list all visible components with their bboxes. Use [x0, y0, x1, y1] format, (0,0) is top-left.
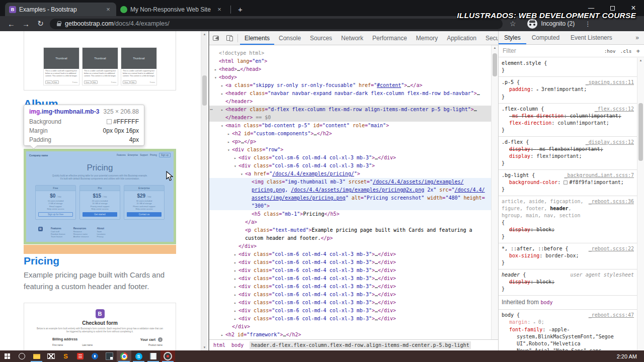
styles-filter-input[interactable]: Filter — [503, 47, 600, 54]
style-declaration[interactable]: display: block; — [502, 279, 634, 286]
tree-toggle-icon[interactable]: ▾ — [212, 74, 219, 82]
dom-line[interactable]: <p class="text-muted">Example pricing pa… — [209, 226, 491, 234]
taskbar-icon-start[interactable] — [0, 350, 15, 362]
checkout-example-preview[interactable]: B Checkout form Below is an example form… — [24, 303, 176, 350]
tree-toggle-icon[interactable]: ▸ — [219, 331, 225, 339]
style-declaration[interactable]: flex-direction: column!important; — [502, 120, 634, 127]
reload-button[interactable]: ↻ — [33, 19, 48, 28]
dom-line[interactable]: pricing.png, /docs/4.4/assets/img/exampl… — [209, 186, 491, 194]
elements-scroll-up-icon[interactable]: ▲ — [492, 46, 498, 49]
dom-line[interactable]: </div> — [209, 323, 491, 331]
tab-close-icon[interactable]: × — [215, 6, 223, 13]
scroll-down-icon[interactable]: ▼ — [201, 346, 208, 349]
new-style-rule-icon[interactable]: + — [636, 47, 640, 55]
rule-source-link[interactable]: _background…iant.scss:7 — [565, 172, 634, 179]
rule-selector[interactable]: .d-flex { — [502, 139, 529, 146]
tree-toggle-icon[interactable]: ▸ — [232, 154, 238, 162]
dom-line[interactable]: ▸<div class="col-sm-6 col-md-4 col-xl-3 … — [209, 307, 491, 315]
dom-line[interactable]: ▸<head>…</head> — [209, 65, 491, 73]
elements-scrollbar-thumb[interactable] — [493, 53, 497, 76]
styles-scrollbar[interactable]: ▲ — [637, 58, 644, 350]
rule-source-link[interactable]: _reboot.scss:36 — [589, 198, 634, 226]
taskbar-icon-skype[interactable] — [131, 350, 146, 362]
dom-line[interactable]: ▸<div class="col-sm-6 col-md-4 col-xl-3 … — [209, 258, 491, 266]
tree-toggle-icon[interactable]: ▸ — [225, 130, 232, 138]
tree-toggle-icon[interactable]: ▸ — [232, 283, 238, 291]
rule-source-link[interactable]: user agent stylesheet — [571, 272, 634, 279]
dom-line[interactable]: ⋯▸<header class="d-flex flex-column flex… — [209, 106, 491, 114]
dom-line[interactable]: <img class="img-thumbnail mb-3" srcset="… — [209, 178, 491, 186]
rule-selector[interactable]: *, ::after, ::before { — [502, 245, 568, 252]
rule-selector[interactable]: .flex-column { — [502, 106, 544, 113]
styles-scroll-up-icon[interactable]: ▲ — [637, 59, 644, 62]
scroll-up-icon[interactable]: ▲ — [201, 33, 208, 36]
dom-line[interactable]: ▾<body> — [209, 73, 491, 81]
dom-line[interactable]: ▸<div class="col-sm-6 col-md-4 col-xl-3 … — [209, 283, 491, 291]
tree-toggle-icon[interactable]: ▾ — [225, 146, 232, 154]
tree-toggle-icon[interactable]: ▸ — [232, 275, 238, 283]
rule-source-link[interactable]: _flex.scss:12 — [595, 106, 634, 113]
pricing-thumbnail-highlighted[interactable]: Company name FeaturesEnterpriseSupportPr… — [26, 151, 174, 242]
forward-button[interactable]: → — [19, 20, 33, 28]
rule-source-link[interactable]: _reboot.scss:22 — [589, 245, 634, 252]
style-declaration[interactable]: -ms-flex-direction: column!important; — [502, 113, 634, 120]
dom-line[interactable]: ▸<div class="col-sm-6 col-md-4 col-xl-3 … — [209, 315, 491, 323]
expand-value-icon[interactable]: ▸ — [536, 87, 541, 92]
taskbar-icon-reader[interactable] — [73, 350, 88, 362]
taskbar-icon-mail[interactable] — [44, 350, 58, 362]
back-button[interactable]: ← — [4, 20, 19, 28]
browser-menu-icon[interactable]: ⋮ — [583, 20, 593, 28]
taskbar-icon-search[interactable] — [15, 350, 29, 362]
rule-selector[interactable]: .bg-light { — [502, 172, 535, 179]
style-declaration[interactable]: display: -ms-flexbox!important; — [502, 146, 634, 153]
dom-line[interactable]: ▸<p>…</p> — [209, 138, 491, 146]
new-tab-button[interactable]: + — [234, 5, 247, 14]
dom-line[interactable]: ▸<div class="col-sm-6 col-md-4 col-xl-3 … — [209, 291, 491, 299]
dom-line[interactable]: ▸<div class="col-sm-6 col-md-4 col-xl-3 … — [209, 299, 491, 307]
dom-line[interactable]: ▸<header class="navbar navbar-expand nav… — [209, 89, 491, 98]
album-example-preview[interactable]: ThumbnailThis is a wider card with suppo… — [24, 31, 176, 90]
tree-toggle-icon[interactable]: ▸ — [219, 82, 225, 90]
dom-line[interactable]: ▸<div class="col-sm-6 col-md-4 col-xl-3 … — [209, 154, 491, 162]
style-declaration[interactable]: display: flex!important; — [502, 153, 634, 160]
devtools-tab-sources[interactable]: Sources — [305, 31, 337, 45]
dom-line[interactable]: <h5 class="mb-1">Pricing</h5> — [209, 210, 491, 218]
tree-toggle-icon[interactable]: ▸ — [232, 291, 238, 299]
dom-line[interactable]: custom header and footer.</p> — [209, 234, 491, 242]
address-bar[interactable]: getbootstrap.com/docs/4.4/examples/ — [50, 19, 503, 29]
tree-toggle-icon[interactable]: ▸ — [232, 267, 238, 275]
dom-line[interactable]: </div> — [209, 242, 491, 250]
row-menu-dots-icon[interactable]: ⋯ — [210, 106, 212, 114]
breadcrumb-item[interactable]: header.d-flex.flex-column.flex-md-row.al… — [250, 341, 470, 349]
dom-line[interactable]: ▾<div class="col-sm-6 col-md-4 col-xl-3 … — [209, 162, 491, 170]
elements-scrollbar[interactable]: ▲ — [491, 45, 498, 339]
style-declaration[interactable]: display: block; — [502, 226, 634, 233]
devtools-tab-network[interactable]: Network — [337, 31, 368, 45]
taskbar-icon-explorer[interactable] — [29, 350, 44, 362]
tree-toggle-icon[interactable]: ▸ — [232, 299, 238, 307]
tab-close-icon[interactable]: × — [104, 6, 112, 13]
inspect-element-icon[interactable] — [209, 31, 222, 45]
tree-toggle-icon[interactable]: ▸ — [212, 66, 219, 74]
sidebar-tab-event-listeners[interactable]: Event Listeners — [565, 31, 618, 44]
devtools-tab-elements[interactable]: Elements — [240, 31, 274, 45]
rule-source-link[interactable]: _spacing.scss:11 — [586, 79, 634, 86]
dom-line[interactable]: <html lang="en"> — [209, 57, 491, 65]
tree-toggle-icon[interactable]: ▾ — [232, 162, 238, 170]
dom-line[interactable]: </header> — [209, 98, 491, 106]
rule-selector[interactable]: body { — [502, 312, 520, 319]
hov-toggle[interactable]: :hov — [604, 48, 616, 54]
taskbar-icon-chrome[interactable] — [117, 350, 131, 362]
tree-toggle-icon[interactable]: ▸ — [232, 307, 238, 315]
dom-line[interactable]: ▸<div class="col-sm-6 col-md-4 col-xl-3 … — [209, 266, 491, 275]
taskbar-clock[interactable]: 2:20 AM — [617, 350, 644, 362]
dom-line[interactable]: ▾<a href="/docs/4.4/examples/pricing/"> — [209, 170, 491, 178]
style-declaration[interactable]: box-sizing: border-box; — [502, 252, 634, 259]
tree-toggle-icon[interactable]: ▸ — [232, 315, 238, 323]
browser-tab[interactable]: BExamples - Bootstrap× — [5, 3, 116, 16]
style-declaration[interactable]: padding: ▸ 3rem!important; — [502, 86, 634, 94]
style-declaration[interactable]: margin: ▸ 0; — [502, 319, 634, 326]
rule-selector[interactable]: article, aside, figcaption, figure, foot… — [502, 198, 586, 226]
tree-toggle-icon[interactable]: ▾ — [238, 170, 245, 178]
dom-line[interactable]: assets/img/examples/pricing.png" alt="Pr… — [209, 194, 491, 202]
